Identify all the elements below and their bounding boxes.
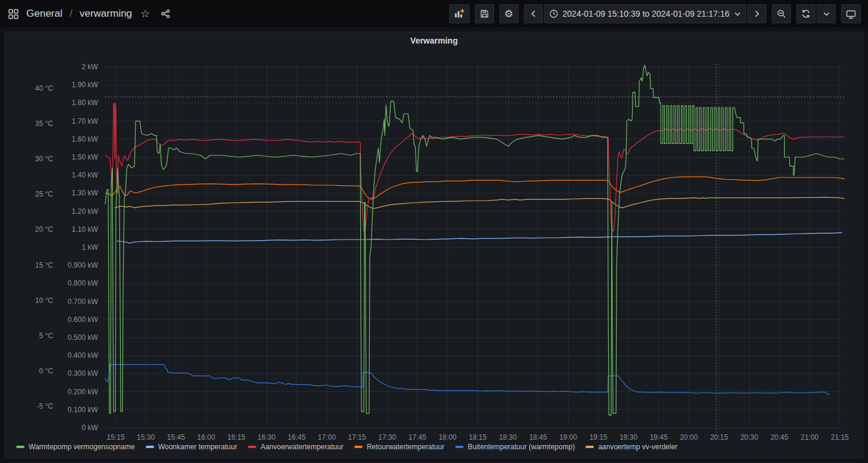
share-icon[interactable] xyxy=(158,7,173,21)
series-line xyxy=(117,233,842,244)
time-axis-label: 16:45 xyxy=(288,433,306,441)
time-axis-label: 18:15 xyxy=(469,433,487,441)
power-axis-label: 1.40 kW xyxy=(72,171,99,179)
legend-item[interactable]: aanvoertemp vv-verdeler xyxy=(585,443,677,451)
legend: Warmtepomp vermogensopnameWoonkamer temp… xyxy=(16,443,688,451)
power-axis-label: 0.800 kW xyxy=(68,279,98,287)
time-picker-group: 2024-01-09 15:10:39 to 2024-01-09 21:17:… xyxy=(524,4,766,23)
power-axis-label: 0.900 kW xyxy=(68,261,98,269)
legend-swatch-icon xyxy=(248,446,256,448)
dashboard-settings-button[interactable]: ⚙ xyxy=(499,4,519,23)
legend-swatch-icon xyxy=(585,446,594,448)
legend-item[interactable]: Warmtepomp vermogensopname xyxy=(16,443,135,451)
refresh-icon xyxy=(801,9,811,19)
power-axis-label: 0.700 kW xyxy=(68,298,98,306)
chevron-right-icon xyxy=(753,10,761,18)
monitor-icon xyxy=(846,9,856,19)
time-axis-label: 15:15 xyxy=(107,433,125,441)
time-axis-label: 19:45 xyxy=(650,433,668,441)
chevron-left-icon xyxy=(529,10,538,18)
power-axis-label: 1.70 kW xyxy=(72,117,99,125)
breadcrumb-section[interactable]: General xyxy=(26,8,62,20)
save-dashboard-button[interactable] xyxy=(475,4,494,23)
legend-label: aanvoertemp vv-verdeler xyxy=(598,443,677,451)
clock-icon xyxy=(549,9,559,19)
time-axis-label: 15:45 xyxy=(167,433,185,441)
temp-axis-label: 0 °C xyxy=(39,367,54,375)
power-axis-label: 1.50 kW xyxy=(72,153,99,161)
time-range-label: 2024-01-09 15:10:39 to 2024-01-09 21:17:… xyxy=(563,9,729,19)
time-axis-label: 17:30 xyxy=(378,433,396,441)
series-line xyxy=(105,177,844,200)
legend-item[interactable]: Retourwatertemperatuur xyxy=(354,443,444,451)
series-line xyxy=(115,197,844,208)
time-axis-label: 21:00 xyxy=(800,433,818,441)
power-axis-label: 1 kW xyxy=(82,243,99,252)
time-axis-label: 16:30 xyxy=(257,433,275,441)
legend-swatch-icon xyxy=(146,446,154,448)
refresh-interval-dropdown[interactable] xyxy=(817,4,836,23)
cycle-view-mode-button[interactable] xyxy=(841,4,861,23)
time-axis-label: 20:00 xyxy=(680,433,698,441)
chevron-down-icon xyxy=(734,10,741,18)
legend-item[interactable]: Buitentemperatuur (warmtepomp) xyxy=(455,443,575,451)
zoom-out-time-button[interactable] xyxy=(772,4,791,23)
legend-swatch-icon xyxy=(455,446,464,448)
power-axis-label: 0 kW xyxy=(82,424,99,432)
star-icon[interactable]: ☆ xyxy=(138,7,152,21)
navbar: General / verwarming ☆ xyxy=(0,0,868,27)
time-axis-label: 15:30 xyxy=(137,433,155,441)
time-axis-label: 20:45 xyxy=(771,433,789,441)
time-axis-label: 21:15 xyxy=(831,433,849,441)
timeseries-chart[interactable]: 2 kW1.90 kW1.80 kW1.70 kW1.60 kW1.50 kW1… xyxy=(5,32,863,458)
power-axis-label: 1.30 kW xyxy=(72,189,99,197)
gear-icon: ⚙ xyxy=(504,9,513,19)
time-axis-label: 17:15 xyxy=(348,433,366,441)
temp-axis-label: 25 °C xyxy=(35,190,53,198)
legend-item[interactable]: Woonkamer temperatuur xyxy=(146,443,238,451)
power-axis-label: 0.600 kW xyxy=(68,315,98,324)
chevron-down-icon xyxy=(823,10,830,18)
power-axis-label: 0.100 kW xyxy=(68,406,98,414)
time-axis-label: 19:30 xyxy=(619,433,637,441)
legend-label: Woonkamer temperatuur xyxy=(158,443,238,451)
refresh-group xyxy=(796,4,836,23)
time-axis-label: 18:00 xyxy=(438,433,456,441)
power-axis-label: 0.500 kW xyxy=(68,333,98,342)
temp-axis-label: 5 °C xyxy=(39,332,54,340)
power-axis-label: 0.400 kW xyxy=(68,351,98,360)
legend-label: Buitentemperatuur (warmtepomp) xyxy=(468,443,575,451)
legend-item[interactable]: Aanvoerwatertemperatuur xyxy=(248,443,343,451)
temp-axis-label: 15 °C xyxy=(35,261,53,269)
refresh-button[interactable] xyxy=(796,4,815,23)
add-panel-button[interactable] xyxy=(449,4,470,23)
panel-verwarming: Verwarming 2 kW1.90 kW1.80 kW1.70 kW1.60… xyxy=(5,32,863,458)
apps-grid-icon[interactable] xyxy=(6,7,20,21)
time-axis-label: 16:15 xyxy=(228,433,246,441)
time-shift-forward-button[interactable] xyxy=(747,4,766,23)
power-axis-label: 1.80 kW xyxy=(72,99,99,107)
power-axis-label: 1.90 kW xyxy=(72,81,99,89)
legend-label: Aanvoerwatertemperatuur xyxy=(260,443,343,451)
power-axis-label: 1.60 kW xyxy=(72,135,99,143)
power-axis-label: 0.200 kW xyxy=(68,388,98,396)
breadcrumb-page[interactable]: verwarming xyxy=(79,8,132,20)
toolbar: ⚙ 2024-01-09 15:10:39 to 2024-01-09 21:1… xyxy=(449,4,861,23)
power-axis-label: 1.20 kW xyxy=(72,207,99,216)
time-shift-back-button[interactable] xyxy=(524,4,543,23)
time-axis-label: 20:30 xyxy=(740,433,758,441)
temp-axis-label: 10 °C xyxy=(35,296,53,305)
breadcrumb-separator: / xyxy=(68,8,73,20)
legend-label: Retourwatertemperatuur xyxy=(367,443,444,451)
temp-axis-label: 35 °C xyxy=(35,119,53,128)
breadcrumb: General / verwarming ☆ xyxy=(6,7,173,21)
time-range-picker[interactable]: 2024-01-09 15:10:39 to 2024-01-09 21:17:… xyxy=(544,4,746,23)
time-axis-label: 20:15 xyxy=(710,433,728,441)
temp-axis-label: 40 °C xyxy=(35,84,53,93)
time-axis-label: 19:00 xyxy=(559,433,577,441)
series-line xyxy=(105,103,844,232)
legend-label: Warmtepomp vermogensopname xyxy=(29,443,135,451)
legend-swatch-icon xyxy=(16,446,24,448)
save-icon xyxy=(480,9,489,19)
time-axis-label: 18:30 xyxy=(499,433,517,441)
